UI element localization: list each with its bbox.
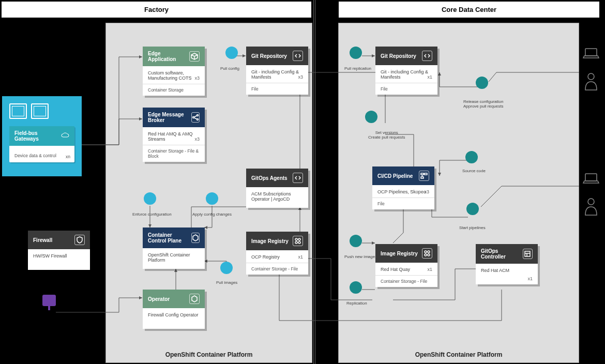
zone-header-factory: Factory <box>1 1 312 18</box>
hexagon-icon <box>189 294 200 304</box>
node-gitops-ctrl: GitOps Controller Red Hat ACMx1 <box>476 244 538 284</box>
dot <box>220 262 233 274</box>
dot <box>350 47 362 59</box>
cloud-icon <box>61 132 69 140</box>
node-ccp: Container Control Plane OpenShift Contai… <box>143 228 205 269</box>
node-edge-msg: Edge Message Broker Red Hat AMQ & AMQ St… <box>143 108 205 162</box>
pipeline-icon <box>419 171 429 181</box>
svg-point-5 <box>295 241 297 244</box>
svg-point-18 <box>588 199 594 205</box>
svg-rect-15 <box>585 49 597 56</box>
code-icon <box>422 51 432 61</box>
svg-point-3 <box>295 238 297 240</box>
node-head: Edge Application <box>143 47 205 66</box>
zone-label-factory: OpenShift Container Platform <box>106 351 312 358</box>
code-icon <box>293 51 303 61</box>
code-icon <box>293 173 303 183</box>
laptop-icon <box>582 173 600 187</box>
svg-point-16 <box>588 73 594 80</box>
svg-point-4 <box>298 238 300 240</box>
node-firewall: Firewall HW/SW Firewall <box>28 231 90 270</box>
svg-rect-14 <box>525 251 530 256</box>
grid-icon <box>422 248 432 259</box>
svg-point-6 <box>298 241 300 244</box>
hexagon-icon <box>191 233 200 243</box>
node-registry-core: Image Registry Red Hat Quayx1 Container … <box>375 244 437 287</box>
svg-rect-7 <box>421 173 424 175</box>
device-purple-icon <box>42 295 56 310</box>
node-head: Edge Message Broker <box>143 108 205 127</box>
node-git-core: Git Repository Git - including Config & … <box>375 47 437 95</box>
dashboard-icon <box>523 249 533 259</box>
grid-icon <box>293 236 303 246</box>
svg-rect-8 <box>425 173 427 175</box>
device-icon <box>31 103 49 119</box>
svg-rect-9 <box>421 177 424 178</box>
node-edge-app: Edge Application Custom software, Manufa… <box>143 47 205 96</box>
dot <box>365 111 377 123</box>
dot <box>350 281 362 294</box>
node-registry-factory: Image Registry OCP Registryx1 Container … <box>246 232 308 275</box>
device-icon <box>9 103 27 119</box>
svg-rect-17 <box>585 174 597 181</box>
laptop-icon <box>582 48 600 62</box>
zone-header-core: Core Data Center <box>338 1 600 18</box>
node-gitops-agents: GitOps Agents ACM Subscriptions Operator… <box>246 169 308 208</box>
dot <box>225 47 238 59</box>
svg-point-11 <box>428 251 430 253</box>
user-icon <box>583 198 599 218</box>
svg-point-10 <box>425 251 427 253</box>
dot <box>466 203 479 215</box>
zone-label-core: OpenShift Container Platform <box>339 351 579 358</box>
shield-icon <box>74 235 85 245</box>
dot <box>476 77 488 89</box>
cube-icon <box>189 51 200 62</box>
node-git-factory: Git Repository Git - including Config & … <box>246 47 308 95</box>
dot <box>206 192 218 205</box>
dot <box>144 192 156 205</box>
node-operator: Operator Firewall Config Operator <box>143 290 205 329</box>
node-pipeline: CI/CD Pipeline OCP Pipelines, Skopeox3 F… <box>372 166 434 209</box>
user-icon <box>583 72 599 93</box>
dot <box>465 151 478 163</box>
svg-point-12 <box>425 254 427 256</box>
share-icon <box>191 112 200 123</box>
fieldbus-panel: Field-bus Gateways Device data & control… <box>2 96 82 176</box>
divider <box>313 0 315 364</box>
dot <box>350 235 362 247</box>
svg-point-13 <box>428 254 430 256</box>
